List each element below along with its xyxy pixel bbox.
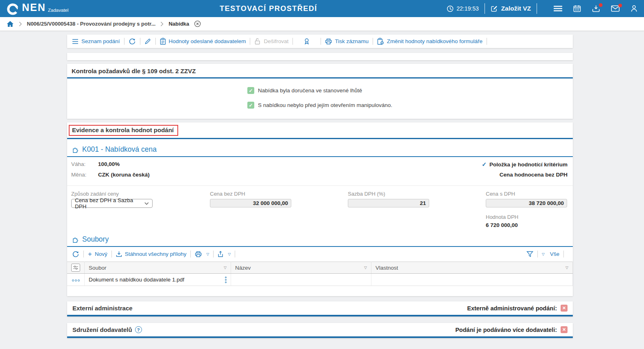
nen-logo[interactable]: NEN Zadavatel xyxy=(7,2,68,15)
empty-record-strip xyxy=(67,53,573,60)
stahnout-prilohy-button[interactable]: Stáhnout všechny přílohy xyxy=(116,251,187,257)
create-vz-button[interactable]: Založit VZ xyxy=(491,5,531,12)
cena-bez-dph-field: Cena bez DPH 32 000 000,00 xyxy=(210,191,348,208)
help-icon[interactable]: ? xyxy=(135,326,142,333)
kontrola-section-title: Kontrola požadavků dle § 109 odst. 2 ZZV… xyxy=(67,64,573,77)
files-export-button[interactable]: ▽ xyxy=(218,251,231,257)
toolbar-separator xyxy=(190,251,191,257)
toolbar-separator xyxy=(293,38,293,45)
refresh-icon xyxy=(129,38,136,45)
hodnoty-odeslane-button[interactable]: Hodnoty odeslané dodavatelem xyxy=(160,38,246,45)
check-dorucena: ✓ Nabídka byla doručena ve stanovené lhů… xyxy=(247,87,573,94)
tisk-zaznamu-button[interactable]: Tisk záznamu xyxy=(325,38,369,45)
breadcrumb-item-nabidka[interactable]: Nabídka xyxy=(168,21,189,27)
files-print-button[interactable]: ▽ xyxy=(195,251,209,257)
sazba-dph-field: Sazba DPH (%) 21 xyxy=(348,191,486,208)
toolbar-separator xyxy=(563,251,564,257)
check-manipulace-label: S nabídkou nebylo před jejím otevřením m… xyxy=(258,102,392,108)
red-x-checkbox-icon[interactable]: ✕ xyxy=(561,305,568,312)
file-name[interactable]: Dokument s nabídkou dodavatele 1.pdf xyxy=(89,277,184,283)
hodnotici-kriterium-flag: ✓ Položka je hodnotící kritérium xyxy=(482,161,568,168)
zmenit-hodnoty-button[interactable]: Změnit hodnoty nabídkového formuláře xyxy=(377,38,482,45)
files-toolbar: + Nový Stáhnout všechny přílohy xyxy=(67,248,573,260)
printer-icon xyxy=(325,38,332,45)
person-icon xyxy=(631,5,637,12)
close-tab-button[interactable] xyxy=(194,20,201,27)
green-checkbox-icon[interactable]: ✓ xyxy=(247,102,254,109)
cena-s-dph-field: Cena s DPH 38 720 000,00 xyxy=(486,191,569,208)
filter-button[interactable] xyxy=(526,251,533,257)
puzzle-icon xyxy=(72,236,79,243)
profile-button[interactable] xyxy=(631,5,637,12)
sliders-icon xyxy=(73,265,79,270)
refresh-button[interactable] xyxy=(129,38,136,45)
kontrola-section: Kontrola požadavků dle § 109 odst. 2 ZZV… xyxy=(67,64,573,119)
downloads-notification-dot xyxy=(599,3,603,7)
column-settings-button[interactable] xyxy=(67,262,85,274)
logo-subtitle: Zadavatel xyxy=(48,8,69,13)
home-button[interactable] xyxy=(7,21,14,27)
column-header-vlastnost[interactable]: Vlastnost ▽ xyxy=(371,262,573,274)
list-icon xyxy=(72,39,79,44)
files-table-header-row: Soubor ▽ Název ▽ Vlastnost ▽ xyxy=(67,262,573,274)
vaha-label: Váha: xyxy=(71,161,98,167)
toolbar-separator xyxy=(213,251,214,257)
red-x-checkbox-icon[interactable]: ✕ xyxy=(561,326,568,333)
award-button[interactable] xyxy=(303,38,310,45)
zpusob-zadani-select[interactable]: Cena bez DPH a Sazba DPH xyxy=(71,199,153,208)
create-vz-label: Založit VZ xyxy=(501,5,531,12)
edit-button[interactable] xyxy=(144,38,151,45)
breadcrumb-item-procurement[interactable]: N006/25/V00005438 - Provozování prodejny… xyxy=(27,21,155,27)
evidence-section-title: Evidence a kontrola hodnot podání xyxy=(72,127,174,133)
column-filter-icon[interactable]: ▽ xyxy=(224,266,227,270)
k001-subsection-header: K001 - Nabídková cena xyxy=(72,145,573,154)
blue-check-icon: ✓ xyxy=(482,161,487,168)
seznam-podani-button[interactable]: Seznam podání xyxy=(72,38,120,44)
column-filter-icon[interactable]: ▽ xyxy=(364,266,367,270)
files-refresh-button[interactable] xyxy=(72,251,79,258)
environment-title: TESTOVACÍ PROSTŘEDÍ xyxy=(220,4,317,13)
menu-button[interactable] xyxy=(554,5,562,12)
cena-s-dph-input[interactable]: 38 720 000,00 xyxy=(486,199,567,207)
plus-icon: + xyxy=(88,251,92,257)
lock-open-icon xyxy=(254,38,261,45)
mena-value: CZK (koruna česká) xyxy=(98,172,150,178)
record-toolbar: Seznam podání xyxy=(67,35,573,48)
messages-button[interactable] xyxy=(611,5,620,12)
cena-bez-dph-input[interactable]: 32 000 000,00 xyxy=(210,199,291,207)
toolbar-separator xyxy=(155,38,156,45)
row-actions-icon[interactable] xyxy=(72,279,80,281)
column-header-nazev[interactable]: Název ▽ xyxy=(231,262,371,274)
downloads-button[interactable] xyxy=(592,5,600,12)
nen-logo-icon xyxy=(7,3,19,15)
annotation-highlight-box: Evidence a kontrola hodnot podání xyxy=(69,125,178,136)
desifrovat-button: Dešifrovat xyxy=(254,38,288,45)
check-manipulace: ✓ S nabídkou nebylo před jejím otevřením… xyxy=(247,102,573,109)
home-icon xyxy=(7,21,14,27)
column-filter-icon[interactable]: ▽ xyxy=(565,266,568,270)
vse-filter-button[interactable]: ▽ Vše xyxy=(542,251,559,257)
row-menu-icon[interactable] xyxy=(225,277,227,283)
chevron-down-icon xyxy=(144,202,149,205)
novy-button[interactable]: + Nový xyxy=(88,251,107,257)
mena-row: Měna: CZK (koruna česká) xyxy=(71,172,150,178)
evidence-section: Evidence a kontrola hodnot podání K001 -… xyxy=(67,122,573,296)
puzzle-icon xyxy=(72,146,79,153)
hodnota-dph-field: Hodnota DPH 6 720 000,00 xyxy=(486,214,569,228)
file-vlastnost-cell xyxy=(371,274,573,286)
vice-dodavateli-label: Podání je podáváno více dodavateli: xyxy=(455,327,557,333)
soubory-title: Soubory xyxy=(82,235,109,244)
funnel-icon xyxy=(526,251,533,257)
breadcrumb: N006/25/V00005438 - Provozování prodejny… xyxy=(0,17,644,31)
hodnotici-kriterium-label: Položka je hodnotící kritérium xyxy=(489,161,568,168)
sazba-dph-input[interactable]: 21 xyxy=(348,199,429,207)
divider xyxy=(537,3,537,14)
file-table-row[interactable]: Dokument s nabídkou dodavatele 1.pdf xyxy=(67,274,573,286)
calendar-button[interactable] xyxy=(573,5,581,12)
clipboard-icon xyxy=(160,38,166,45)
k001-title: K001 - Nabídková cena xyxy=(82,145,157,154)
close-circle-icon xyxy=(194,20,201,27)
green-checkbox-icon[interactable]: ✓ xyxy=(247,87,254,94)
logo-text: NEN xyxy=(22,2,46,13)
column-header-soubor[interactable]: Soubor ▽ xyxy=(85,262,231,274)
